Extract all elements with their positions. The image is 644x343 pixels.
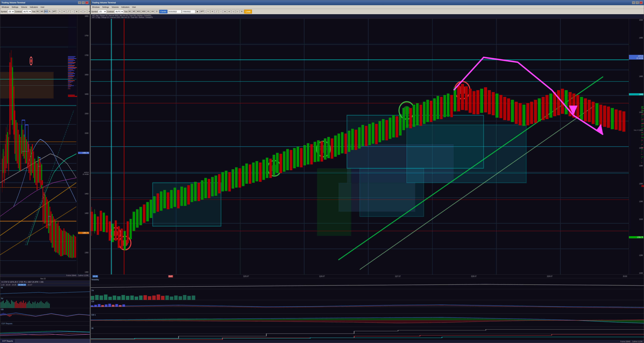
right-put-call: PutVol 20840 CallVol 11296 (91, 340, 644, 343)
right-m5-btn[interactable]: M5 (132, 10, 136, 14)
svg-rect-169 (26, 304, 27, 308)
left-zoom-btn[interactable]: ⊕ (75, 10, 78, 14)
svg-rect-399 (588, 100, 591, 122)
svg-rect-374 (492, 92, 495, 115)
right-crosshair-btn[interactable]: ✛ (210, 10, 214, 14)
right-go-btn[interactable]: ▶ (196, 10, 200, 14)
left-m1-btn[interactable]: M1 (36, 10, 40, 14)
left-m5-btn[interactable]: M5 (40, 10, 44, 14)
svg-rect-353 (423, 102, 426, 124)
right-zoom-in-btn[interactable]: ⊕ (223, 10, 227, 14)
svg-rect-186 (46, 302, 47, 308)
right-m30-btn[interactable]: M30 (142, 10, 146, 14)
left-hft-btn[interactable]: HFT (53, 10, 56, 14)
right-menu-volumes[interactable]: Volumes (110, 5, 120, 9)
left-window: Trading Volume Terminal − □ × Windows Se… (0, 0, 90, 343)
left-symbol-select[interactable]: ZS (8, 10, 14, 14)
svg-rect-115 (68, 61, 73, 62)
svg-rect-465 (152, 296, 156, 300)
right-minimize-btn[interactable]: − (632, 1, 635, 4)
svg-rect-80 (45, 195, 46, 224)
left-menu-volumes[interactable]: Volume (20, 5, 28, 9)
svg-rect-259 (130, 219, 132, 239)
left-cursor-btn[interactable]: ↖ (58, 10, 62, 14)
svg-rect-419 (641, 114, 644, 114)
right-volatility-label: Volatility (92, 278, 99, 280)
right-date-to[interactable] (182, 10, 195, 13)
right-line-btn[interactable]: ╱ (215, 10, 218, 14)
left-time-nov: Nov 22 (40, 278, 46, 280)
right-pan-right-btn[interactable]: ▷ (236, 10, 240, 14)
svg-rect-50 (16, 120, 16, 161)
right-load-btn[interactable]: Load (244, 10, 252, 14)
right-candle-btn[interactable]: Candle (159, 10, 168, 14)
svg-rect-466 (157, 294, 160, 300)
left-contract-label: Contract (15, 10, 22, 12)
svg-rect-270 (164, 190, 166, 208)
svg-rect-352 (420, 105, 422, 126)
left-contract-select[interactable]: AUTO (22, 10, 32, 14)
left-menu-indicators[interactable]: Indicators (28, 5, 39, 9)
right-pan-left-btn[interactable]: ◁ (232, 10, 235, 14)
left-tab-cot[interactable]: COT Reports (0, 339, 15, 343)
svg-rect-403 (603, 106, 606, 127)
right-maximize-btn[interactable]: □ (636, 1, 639, 4)
left-values-bar: 1.03 26.04 24.05 28.06.22 22.07 (0, 283, 90, 286)
right-menu-settings[interactable]: Settings (101, 5, 110, 9)
right-close-btn[interactable]: × (640, 1, 642, 4)
right-settings-btn[interactable]: ⚙ (240, 10, 244, 14)
left-close-btn[interactable]: × (86, 1, 88, 4)
right-h1-btn[interactable]: H1 (146, 10, 150, 14)
svg-rect-473 (188, 296, 191, 300)
svg-rect-240 (91, 212, 93, 231)
left-arrow-btn[interactable]: → (70, 10, 74, 14)
right-arrow-btn[interactable]: → (219, 10, 222, 14)
svg-rect-92 (58, 222, 58, 253)
right-zoom-out-btn[interactable]: ⊖ (227, 10, 231, 14)
svg-rect-197 (6, 314, 7, 315)
left-menu-user[interactable]: User (39, 5, 46, 9)
svg-rect-52 (18, 130, 19, 168)
svg-rect-65 (31, 146, 32, 176)
right-d-btn[interactable]: D (155, 10, 159, 14)
svg-rect-176 (35, 302, 36, 308)
right-tv-chart: TV (91, 289, 644, 300)
left-n-btn[interactable]: N... (48, 10, 52, 14)
left-main-chart[interactable]: 22.05% Nov 22 Fut: Nov 22 Exp: 14/11/202… (0, 14, 90, 274)
svg-rect-99 (66, 232, 66, 255)
right-contract-select[interactable]: AUTO (114, 10, 124, 14)
svg-rect-323 (331, 138, 333, 159)
left-window-title: Trading Volume Terminal (2, 2, 25, 4)
price-1400: 1400 (78, 212, 89, 214)
left-line-btn[interactable]: ╱ (66, 10, 70, 14)
right-cursor-btn[interactable]: ↖ (206, 10, 210, 14)
right-date-from[interactable] (168, 10, 181, 13)
svg-rect-145 (0, 286, 90, 297)
left-m15-btn[interactable]: M15 (44, 10, 48, 14)
right-menu-windows[interactable]: Windows (91, 5, 101, 9)
svg-rect-421 (641, 117, 642, 118)
right-h4-btn[interactable]: H4 (151, 10, 154, 14)
svg-rect-68 (33, 152, 34, 178)
right-m15-btn[interactable]: M15 (136, 10, 141, 14)
svg-rect-366 (461, 84, 464, 110)
svg-rect-171 (29, 301, 30, 308)
svg-rect-122 (68, 68, 76, 69)
svg-rect-299 (256, 161, 258, 181)
svg-rect-66 (32, 144, 33, 173)
left-menu-windows[interactable]: Windows (0, 5, 10, 9)
left-minimize-btn[interactable]: − (78, 1, 81, 4)
left-pan2-btn[interactable]: ▷ (83, 10, 87, 14)
right-menu-indicators[interactable]: Indicators (120, 5, 131, 9)
left-pan-btn[interactable]: ◁ (79, 10, 83, 14)
right-symbol-select[interactable]: ZS (98, 10, 106, 14)
right-hft-btn[interactable]: HFT (200, 10, 204, 14)
svg-rect-486 (122, 304, 125, 307)
left-menu-settings[interactable]: Settings (10, 5, 20, 9)
right-menu-user[interactable]: User (131, 5, 137, 9)
left-maximize-btn[interactable]: □ (82, 1, 85, 4)
right-main-chart[interactable]: 32.06% Fut: Nov 22 Exp: 14/11/2022 Opt: … (91, 19, 644, 274)
right-m1-btn[interactable]: M1 (128, 10, 132, 14)
svg-rect-471 (178, 296, 182, 300)
left-crosshair-btn[interactable]: ✛ (62, 10, 66, 14)
